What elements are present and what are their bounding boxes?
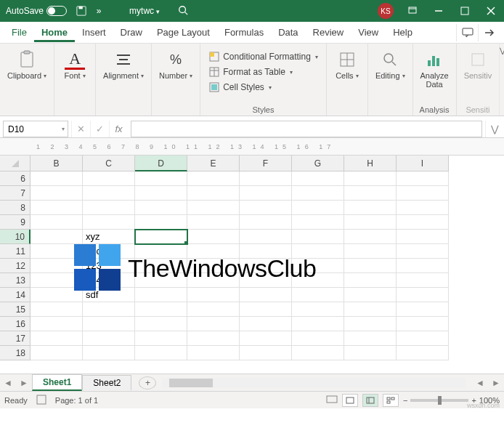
tab-review[interactable]: Review <box>306 23 351 42</box>
alignment-button[interactable]: Alignment <box>99 48 148 81</box>
group-label-analysis: Analysis <box>416 104 453 116</box>
maximize-button[interactable] <box>452 0 478 22</box>
cell[interactable]: 123 <box>83 259 135 273</box>
cells-icon <box>337 49 357 70</box>
row-header[interactable]: 16 <box>0 317 31 331</box>
row-header[interactable]: 12 <box>0 259 31 273</box>
save-icon[interactable] <box>73 0 90 22</box>
row-header[interactable]: 15 <box>0 302 31 317</box>
tab-file[interactable]: File <box>4 23 34 42</box>
fx-icon[interactable]: fx <box>109 121 128 137</box>
sheet-tab[interactable]: Sheet1 <box>32 374 82 391</box>
svg-rect-10 <box>463 28 473 35</box>
scroll-left-button[interactable]: ◄ <box>472 378 488 388</box>
cell[interactable]: sdf <box>83 288 135 302</box>
cell-styles-button[interactable]: Cell Styles <box>206 80 320 94</box>
qat-more[interactable]: » <box>90 0 107 22</box>
tab-page-layout[interactable]: Page Layout <box>150 23 217 42</box>
row-header[interactable]: 10 <box>0 230 31 244</box>
cancel-formula-icon[interactable]: ✕ <box>71 121 90 137</box>
zoom-slider[interactable] <box>410 399 468 402</box>
tab-draw[interactable]: Draw <box>113 23 150 42</box>
sheet-nav-prev[interactable]: ◄ <box>0 378 16 388</box>
row-header[interactable]: 7 <box>0 186 31 201</box>
format-as-table-button[interactable]: Format as Table <box>206 65 320 79</box>
row-header[interactable]: 8 <box>0 201 31 215</box>
page-layout-view-button[interactable] <box>362 394 378 407</box>
accessibility-icon[interactable] <box>36 395 46 406</box>
col-header[interactable]: H <box>344 156 397 171</box>
spreadsheet-grid[interactable]: B C D E F G H I 6 7 8 9 10xyz 11abc 1212… <box>0 156 504 374</box>
font-button[interactable]: A Font <box>57 48 92 81</box>
col-header[interactable]: E <box>187 156 240 171</box>
row-header[interactable]: 14 <box>0 288 31 302</box>
clipboard-button[interactable]: Clipboard <box>3 48 51 81</box>
svg-rect-11 <box>21 52 33 67</box>
cells-button[interactable]: Cells <box>330 48 365 81</box>
scroll-right-button[interactable]: ► <box>488 378 504 388</box>
formula-input[interactable] <box>131 121 482 137</box>
editing-button[interactable]: Editing <box>371 48 410 81</box>
row-header[interactable]: 9 <box>0 215 31 230</box>
sensitivity-button[interactable]: Sensitiv <box>460 48 497 81</box>
analyze-icon <box>424 49 444 70</box>
cell[interactable]: abc <box>83 244 135 259</box>
svg-rect-4 <box>409 7 416 13</box>
ribbon-options-icon[interactable] <box>399 0 426 22</box>
cell[interactable]: 234 <box>83 273 135 288</box>
minimize-button[interactable] <box>426 0 452 22</box>
tab-view[interactable]: View <box>351 23 386 42</box>
col-header[interactable]: D <box>135 156 187 171</box>
group-label-styles: Styles <box>203 104 323 116</box>
expand-formula-bar[interactable]: ⋁ <box>485 121 504 137</box>
row-header[interactable]: 11 <box>0 244 31 259</box>
analyze-data-button[interactable]: Analyze Data <box>416 48 453 90</box>
row-header[interactable]: 13 <box>0 273 31 288</box>
group-label-sensitivity: Sensiti <box>460 104 497 116</box>
status-ready: Ready <box>4 396 28 405</box>
tab-data[interactable]: Data <box>271 23 305 42</box>
conditional-formatting-button[interactable]: Conditional Formatting <box>206 49 320 64</box>
search-icon[interactable] <box>174 5 192 17</box>
ribbon-collapse-button[interactable]: ⋁ <box>500 44 504 116</box>
sheet-nav-next[interactable]: ► <box>16 378 32 388</box>
zoom-out-button[interactable]: − <box>403 396 407 405</box>
svg-rect-39 <box>367 397 374 403</box>
display-settings-icon[interactable] <box>326 395 338 405</box>
enter-formula-icon[interactable]: ✓ <box>90 121 109 137</box>
clipboard-icon <box>17 49 37 70</box>
cf-icon <box>208 51 220 62</box>
row-header[interactable]: 18 <box>0 346 31 360</box>
add-sheet-button[interactable]: + <box>139 376 156 389</box>
col-header[interactable]: I <box>397 156 449 171</box>
cell[interactable]: xyz <box>83 230 135 244</box>
document-name[interactable]: mytwc ▾ <box>129 6 160 16</box>
share-icon[interactable] <box>478 24 500 41</box>
select-all-corner[interactable] <box>0 156 31 171</box>
tab-insert[interactable]: Insert <box>75 23 113 42</box>
autosave-toggle[interactable] <box>46 6 67 16</box>
col-header[interactable]: C <box>83 156 135 171</box>
number-button[interactable]: % Number <box>155 48 197 81</box>
comments-icon[interactable] <box>456 24 478 41</box>
user-avatar[interactable]: KS <box>378 3 394 19</box>
row-header[interactable]: 6 <box>0 171 31 186</box>
normal-view-button[interactable] <box>342 394 358 407</box>
autosave-label: AutoSave <box>6 6 44 16</box>
tab-home[interactable]: Home <box>34 23 75 42</box>
page-break-view-button[interactable] <box>383 394 399 407</box>
ribbon-tabs: File Home Insert Draw Page Layout Formul… <box>0 22 504 44</box>
cell-styles-icon <box>208 81 220 93</box>
col-header[interactable]: F <box>240 156 292 171</box>
table-icon <box>208 66 220 78</box>
col-header[interactable]: B <box>31 156 83 171</box>
tab-help[interactable]: Help <box>386 23 420 42</box>
tab-formulas[interactable]: Formulas <box>217 23 271 42</box>
name-box[interactable]: D10 <box>3 121 68 137</box>
cell-selected[interactable] <box>135 230 187 244</box>
close-button[interactable] <box>478 0 504 22</box>
sheet-tab[interactable]: Sheet2 <box>82 375 131 390</box>
row-header[interactable]: 17 <box>0 331 31 346</box>
col-header[interactable]: G <box>292 156 344 171</box>
horizontal-scrollbar[interactable] <box>162 378 466 388</box>
